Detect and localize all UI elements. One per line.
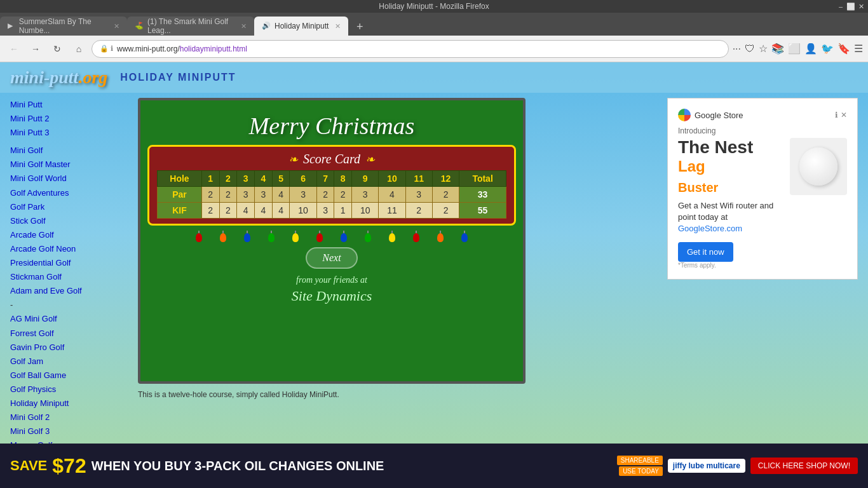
sidebar-item-adam-eve-golf[interactable]: Adam and Eve Golf	[10, 284, 128, 298]
address-text: www.mini-putt.org/holidayminiputt.html	[117, 44, 247, 53]
page-body: Mini Putt Mini Putt 2 Mini Putt 3 Mini G…	[0, 93, 868, 444]
ad-cta-button[interactable]: Get it now	[678, 242, 733, 262]
sidebar-item-ag-mini-golf[interactable]: AG Mini Golf	[10, 312, 128, 326]
ad-description: Get a Nest Wifi router and point today a…	[678, 200, 785, 235]
pocket-icon[interactable]: 🛡	[745, 43, 755, 55]
sidebar-item-presidential-golf[interactable]: Presidential Golf	[10, 256, 128, 270]
forward-button[interactable]: →	[27, 40, 44, 58]
sidebar-item-mini-golf-2[interactable]: Mini Golf 2	[10, 410, 128, 424]
ad-content: The Nest Lag Buster Get a Nest Wifi rout…	[678, 138, 847, 269]
hole-8: 8	[334, 171, 352, 187]
score-card-title: Score Card	[303, 152, 360, 166]
browser-titlebar: Holiday Miniputt - Mozilla Firefox – ⬜ ✕	[0, 0, 868, 13]
sidebar-item-mini-putt[interactable]: Mini Putt	[10, 98, 128, 112]
par-8: 2	[334, 187, 352, 203]
more-button[interactable]: ···	[733, 43, 741, 55]
par-3: 3	[237, 187, 255, 203]
ad-image	[790, 138, 847, 195]
sidebar: Mini Putt Mini Putt 2 Mini Putt 3 Mini G…	[10, 98, 128, 438]
sidebar-item-forrest-golf[interactable]: Forrest Golf	[10, 327, 128, 341]
hole-11: 11	[405, 171, 432, 187]
sidebar-item-golf-jam[interactable]: Golf Jam	[10, 355, 128, 369]
new-tab-button[interactable]: +	[351, 18, 369, 36]
address-bar[interactable]: 🔒 ℹ www.mini-putt.org/holidayminiputt.ht…	[92, 40, 729, 58]
bottom-ad-save: SAVE	[10, 458, 47, 474]
sidebar-item-arcade-golf[interactable]: Arcade Golf	[10, 228, 128, 242]
tab-smark[interactable]: ⛳ (1) The Smark Mini Golf Leag... ✕	[127, 17, 254, 36]
light-green-1	[268, 233, 275, 242]
sidebar-item-holiday-miniputt[interactable]: Holiday Miniputt	[10, 396, 128, 410]
light-blue-1	[244, 233, 250, 242]
sidebar-item-mini-golf-master[interactable]: Mini Golf Master	[10, 158, 128, 172]
kif-2: 2	[219, 203, 237, 219]
sidebar-item-money-golf[interactable]: Money Golf	[10, 438, 128, 444]
ad-info-icon[interactable]: ℹ	[835, 111, 838, 119]
tabs-icon[interactable]: ⬜	[788, 43, 801, 55]
profile-icon[interactable]: 👤	[804, 43, 817, 55]
sidebar-item-arcade-golf-neon[interactable]: Arcade Golf Neon	[10, 242, 128, 256]
hole-row: Hole 1 2 3 4 5 6 7 8 9	[158, 171, 506, 187]
ad-panel: Google Store ℹ ✕ Introducing The Nest La…	[667, 98, 858, 438]
sidebar-item-mini-golf-3[interactable]: Mini Golf 3	[10, 424, 128, 438]
hole-4: 4	[255, 171, 273, 187]
ad-controls: ℹ ✕	[835, 111, 847, 119]
minimize-btn[interactable]: –	[836, 2, 845, 11]
lights-container	[196, 233, 468, 242]
google-store-label: Google Store	[695, 111, 743, 120]
bottom-ad: SAVE $72 WHEN YOU BUY 3-PACK OIL CHANGES…	[0, 444, 868, 488]
par-label: Par	[158, 187, 202, 203]
sidebar-item-mini-golf[interactable]: Mini Golf	[10, 144, 128, 158]
hole-6: 6	[290, 171, 316, 187]
extension-icon[interactable]: 🔖	[837, 43, 850, 55]
sidebar-item-stickman-golf[interactable]: Stickman Golf	[10, 270, 128, 284]
par-1: 2	[201, 187, 219, 203]
par-11: 3	[405, 187, 432, 203]
tab-close-3[interactable]: ✕	[335, 22, 341, 30]
twitter-icon[interactable]: 🐦	[821, 43, 834, 55]
score-card: ❧ Score Card ❧ Hole 1 2 3	[147, 145, 516, 226]
ad-close-button[interactable]: ✕	[841, 111, 847, 119]
sidebar-item-gavin-pro-golf[interactable]: Gavin Pro Golf	[10, 341, 128, 355]
sidebar-item-golf-physics[interactable]: Golf Physics	[10, 383, 128, 396]
score-table: Hole 1 2 3 4 5 6 7 8 9	[157, 170, 506, 219]
sidebar-item-golf-adventures[interactable]: Golf Adventures	[10, 186, 128, 200]
tab-holiday[interactable]: 🔊 Holiday Miniputt ✕	[254, 17, 348, 36]
bookmark-icon[interactable]: ☆	[759, 43, 768, 55]
window-title: Holiday Miniputt - Mozilla Firefox	[379, 2, 489, 11]
sidebar-item-golf-park[interactable]: Golf Park	[10, 200, 128, 214]
sidebar-item-mini-golf-world[interactable]: Mini Golf World	[10, 172, 128, 186]
tab-label-3: Holiday Miniputt	[275, 22, 329, 30]
fleur-left: ❧	[288, 152, 298, 166]
google-logo: Google Store	[678, 109, 743, 121]
hole-10: 10	[379, 171, 405, 187]
refresh-button[interactable]: ↻	[48, 40, 66, 58]
close-btn[interactable]: ✕	[857, 2, 865, 11]
light-yellow-1	[292, 233, 299, 242]
sidebar-item-mini-putt-2[interactable]: Mini Putt 2	[10, 112, 128, 126]
sidebar-item-golf-ball-game[interactable]: Golf Ball Game	[10, 369, 128, 383]
bottom-ad-cta[interactable]: CLICK HERE SHOP NOW!	[750, 458, 858, 474]
maximize-btn[interactable]: ⬜	[846, 2, 855, 11]
sidebar-item-stick-golf[interactable]: Stick Golf	[10, 214, 128, 228]
hole-9: 9	[352, 171, 379, 187]
ad-url-link[interactable]: GoogleStore.com	[678, 224, 742, 233]
tab-close-2[interactable]: ✕	[241, 22, 247, 30]
kif-9: 10	[352, 203, 379, 219]
hole-header: Hole	[158, 171, 202, 187]
tab-close-1[interactable]: ✕	[114, 22, 119, 30]
menu-button[interactable]: ☰	[854, 43, 863, 55]
next-button[interactable]: Next	[306, 247, 357, 269]
par-9: 3	[352, 187, 379, 203]
home-button[interactable]: ⌂	[70, 40, 88, 58]
par-row: Par 2 2 3 3 4 3 2 2 3	[158, 187, 506, 203]
kif-1: 2	[201, 203, 219, 219]
back-button[interactable]: ←	[5, 40, 23, 58]
sidebar-item-mini-putt-3[interactable]: Mini Putt 3	[10, 126, 128, 140]
secure-icon: 🔒 ℹ	[100, 44, 113, 53]
library-icon[interactable]: 📚	[771, 43, 784, 55]
site-logo: mini-putt.org	[10, 67, 107, 88]
light-orange-2	[437, 233, 444, 242]
shareable-badge: SHAREABLE	[617, 456, 663, 465]
use-today-badge: USE TODAY	[619, 466, 663, 476]
tab-summerslam[interactable]: ▶ SummerSlam By The Numbe... ✕	[0, 17, 127, 36]
